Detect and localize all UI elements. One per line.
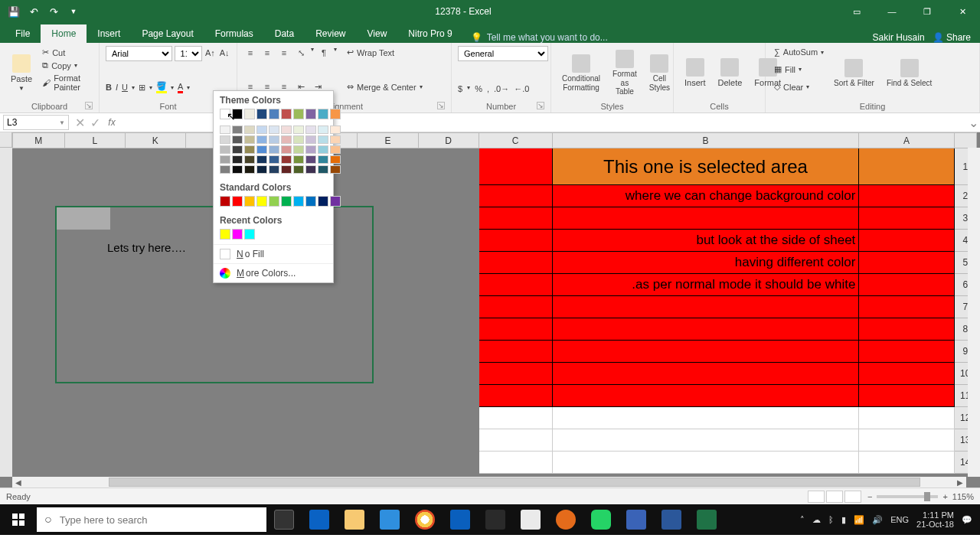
orientation-icon[interactable]: ⤡	[294, 46, 308, 60]
number-format-select[interactable]: General	[458, 46, 548, 61]
color-swatch[interactable]	[220, 109, 230, 119]
color-swatch[interactable]	[244, 155, 255, 164]
color-swatch[interactable]	[232, 165, 243, 174]
color-swatch[interactable]	[281, 126, 292, 134]
color-swatch[interactable]	[281, 109, 292, 119]
color-swatch[interactable]	[293, 109, 304, 119]
color-swatch[interactable]	[232, 135, 243, 144]
color-swatch[interactable]	[305, 165, 316, 174]
cancel-icon[interactable]: ✕	[72, 116, 87, 130]
color-swatch[interactable]	[318, 135, 328, 144]
name-box[interactable]: L3▼	[3, 115, 69, 130]
page-break-view-icon[interactable]	[844, 491, 861, 503]
find-select-button[interactable]: Find & Select	[882, 46, 936, 100]
color-swatch[interactable]	[269, 165, 279, 174]
chrome-icon[interactable]	[407, 504, 443, 535]
tray-cloud-icon[interactable]: ☁	[812, 515, 821, 525]
color-swatch[interactable]	[318, 196, 328, 207]
tab-view[interactable]: View	[357, 24, 398, 43]
color-swatch[interactable]	[318, 126, 328, 134]
sort-filter-button[interactable]: Sort & Filter	[829, 46, 879, 100]
color-swatch[interactable]	[330, 165, 341, 174]
color-swatch[interactable]	[281, 145, 292, 154]
color-swatch[interactable]	[232, 109, 243, 119]
font-size-select[interactable]: 11	[175, 46, 202, 61]
color-swatch[interactable]	[318, 155, 328, 164]
underline-button[interactable]: U	[122, 83, 128, 92]
color-swatch[interactable]	[269, 196, 279, 207]
color-swatch[interactable]	[256, 165, 267, 174]
color-swatch[interactable]	[293, 165, 304, 174]
color-swatch[interactable]	[305, 145, 316, 154]
share-button[interactable]: 👤 Share	[933, 32, 971, 43]
align-top-icon[interactable]: ≡	[243, 46, 257, 60]
increase-decimal-icon[interactable]: .0→	[494, 84, 509, 93]
user-name[interactable]: Sakir Husain	[873, 32, 925, 43]
color-swatch[interactable]	[220, 126, 230, 134]
tab-formulas[interactable]: Formulas	[204, 24, 264, 43]
color-swatch[interactable]	[305, 109, 316, 119]
italic-button[interactable]: I	[116, 83, 118, 92]
align-middle-icon[interactable]: ≡	[260, 46, 274, 60]
fill-color-button[interactable]: 🪣	[156, 81, 167, 93]
vertical-scrollbar[interactable]	[968, 148, 980, 477]
decrease-font-icon[interactable]: A↓	[218, 46, 230, 60]
color-swatch[interactable]	[269, 126, 279, 134]
minimize-button[interactable]: —	[874, 0, 910, 23]
page-layout-view-icon[interactable]	[826, 491, 843, 503]
color-swatch[interactable]	[269, 135, 279, 144]
color-swatch[interactable]	[330, 145, 341, 154]
cell-styles-button[interactable]: Cell Styles	[645, 46, 675, 100]
color-swatch[interactable]	[318, 109, 328, 119]
tray-lang[interactable]: ENG	[890, 515, 909, 524]
number-dialog-icon[interactable]: ↘	[537, 102, 544, 109]
snip-icon[interactable]	[513, 504, 548, 535]
word-icon[interactable]	[654, 504, 689, 535]
outlook-icon[interactable]	[443, 504, 478, 535]
maximize-button[interactable]: ❐	[910, 0, 945, 23]
color-swatch[interactable]	[220, 229, 230, 240]
color-swatch[interactable]	[330, 155, 341, 164]
color-swatch[interactable]	[232, 229, 243, 240]
color-swatch[interactable]	[293, 196, 304, 207]
zoom-out-icon[interactable]: −	[867, 492, 872, 501]
normal-view-icon[interactable]	[808, 491, 825, 503]
merge-center-button[interactable]: ⇔Merge & Center▾	[345, 80, 425, 93]
save-icon[interactable]: 💾	[6, 4, 21, 19]
color-swatch[interactable]	[281, 155, 292, 164]
tray-battery-icon[interactable]: ▮	[841, 515, 846, 525]
tell-me[interactable]: 💡Tell me what you want to do...	[471, 32, 608, 43]
qat-customize[interactable]: ▼	[66, 4, 81, 19]
tab-insert[interactable]: Insert	[87, 24, 131, 43]
no-fill-item[interactable]: No Fill	[214, 244, 333, 263]
undo-button[interactable]: ↶	[26, 4, 41, 19]
autosum-button[interactable]: ∑AutoSum▾	[772, 46, 826, 58]
format-painter-button[interactable]: 🖌Format Painter	[40, 72, 93, 93]
color-swatch[interactable]	[256, 126, 267, 134]
color-swatch[interactable]	[244, 196, 255, 207]
color-swatch[interactable]	[330, 196, 341, 207]
fx-icon[interactable]: fx	[103, 117, 121, 128]
color-swatch[interactable]	[232, 196, 243, 207]
color-swatch[interactable]	[318, 165, 328, 174]
fill-button[interactable]: ▦Fill▾	[772, 63, 826, 76]
color-swatch[interactable]	[232, 145, 243, 154]
tray-chevron-icon[interactable]: ˄	[800, 515, 805, 525]
color-swatch[interactable]	[256, 155, 267, 164]
color-swatch[interactable]	[293, 145, 304, 154]
color-swatch[interactable]	[220, 135, 230, 144]
paste-button[interactable]: Paste▼	[6, 46, 37, 100]
decrease-decimal-icon[interactable]: ←.0	[514, 84, 529, 93]
color-swatch[interactable]	[281, 135, 292, 144]
clear-button[interactable]: ◇Clear▾	[772, 80, 826, 93]
color-swatch[interactable]	[305, 135, 316, 144]
excel-icon[interactable]	[689, 504, 724, 535]
color-swatch[interactable]	[244, 126, 255, 134]
color-swatch[interactable]	[330, 135, 341, 144]
color-swatch[interactable]	[293, 135, 304, 144]
ie-icon[interactable]	[372, 504, 407, 535]
font-color-button[interactable]: A	[178, 82, 183, 93]
start-button[interactable]	[0, 504, 37, 535]
alignment-dialog-icon[interactable]: ↘	[437, 102, 445, 109]
more-colors-item[interactable]: More Colors...	[214, 263, 333, 282]
